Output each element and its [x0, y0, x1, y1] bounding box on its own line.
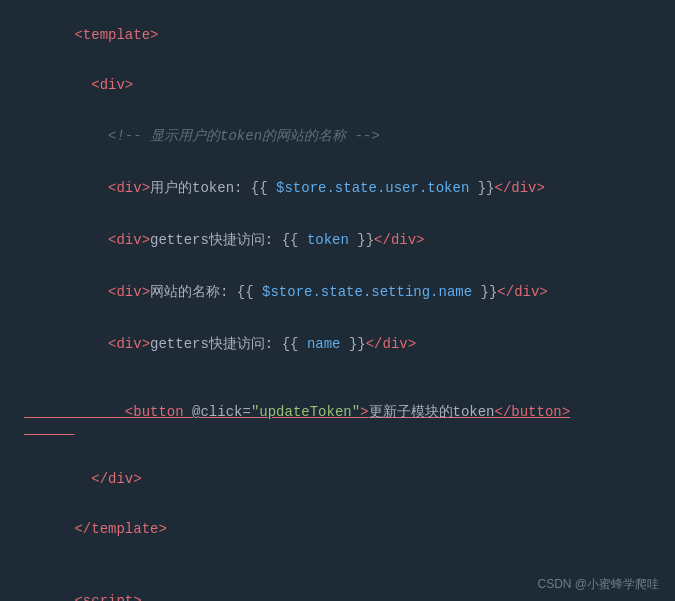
tag: <div>	[74, 336, 150, 352]
tag: <script>	[74, 593, 141, 601]
code-line: <div>getters快捷访问: {{ token }}</div>	[0, 214, 675, 266]
code-editor: <template> <div> <!-- 显示用户的token的网站的名称 -…	[0, 0, 675, 601]
line-content: <!-- 显示用户的token的网站的名称 -->	[20, 111, 675, 161]
code-line: </div>	[0, 454, 675, 504]
tag: </div>	[374, 232, 424, 248]
tag: <div>	[74, 180, 150, 196]
tag: </div>	[366, 336, 416, 352]
tag: </div>	[495, 180, 545, 196]
code-line: <button @click="updateToken">更新子模块的token…	[0, 370, 675, 454]
tag-close: >	[150, 27, 158, 43]
line-content: <div>用户的token: {{ $store.state.user.toke…	[20, 163, 675, 213]
indent	[74, 77, 91, 93]
expr: $store.state.setting.name	[262, 284, 472, 300]
expr: token	[307, 232, 349, 248]
tag-close: </button>	[495, 404, 571, 420]
line-content: <div>	[20, 61, 675, 109]
line-content: <button @click="updateToken">更新子模块的token…	[20, 371, 675, 453]
attr-value: "updateToken"	[251, 404, 360, 420]
text: }}	[349, 232, 374, 248]
line-content: <div>网站的名称: {{ $store.state.setting.name…	[20, 267, 675, 317]
line-content	[20, 555, 675, 571]
expr: $store.state.user.token	[276, 180, 469, 196]
line-content: <div>getters快捷访问: {{ name }}</div>	[20, 319, 675, 369]
tag: </div>	[497, 284, 547, 300]
tag: >	[360, 404, 368, 420]
text: }}	[340, 336, 365, 352]
text: getters快捷访问: {{	[150, 232, 307, 248]
line-content: <template>	[20, 11, 675, 59]
tag: <	[91, 404, 133, 420]
text: 用户的token: {{	[150, 180, 276, 196]
button-line: <button @click="updateToken">更新子模块的token…	[24, 404, 570, 437]
code-line: </template>	[0, 504, 675, 554]
tag-name: button	[133, 404, 183, 420]
code-line	[0, 554, 675, 576]
text: }}	[469, 180, 494, 196]
tag-name: template	[83, 27, 150, 43]
text: }}	[472, 284, 497, 300]
footer-watermark: CSDN @小蜜蜂学爬哇	[537, 576, 659, 593]
tag: <div>	[74, 232, 150, 248]
code-line: <div>用户的token: {{ $store.state.user.toke…	[0, 162, 675, 214]
code-line: <div>getters快捷访问: {{ name }}</div>	[0, 318, 675, 370]
code-line: <div>	[0, 60, 675, 110]
expr: name	[307, 336, 341, 352]
line-content: </div>	[20, 455, 675, 503]
tag-open: <	[74, 27, 82, 43]
tag: </template>	[74, 521, 166, 537]
code-line: <!-- 显示用户的token的网站的名称 -->	[0, 110, 675, 162]
line-content: </template>	[20, 505, 675, 553]
content: 更新子模块的token	[369, 404, 495, 420]
tag: </div>	[74, 471, 141, 487]
code-line: <div>网站的名称: {{ $store.state.setting.name…	[0, 266, 675, 318]
code-line: <template>	[0, 10, 675, 60]
tag: <div>	[91, 77, 133, 93]
text: getters快捷访问: {{	[150, 336, 307, 352]
line-content: <div>getters快捷访问: {{ token }}</div>	[20, 215, 675, 265]
comment: <!-- 显示用户的token的网站的名称 -->	[74, 128, 379, 144]
attr: @click=	[184, 404, 251, 420]
tag: <div>	[74, 284, 150, 300]
text: 网站的名称: {{	[150, 284, 262, 300]
